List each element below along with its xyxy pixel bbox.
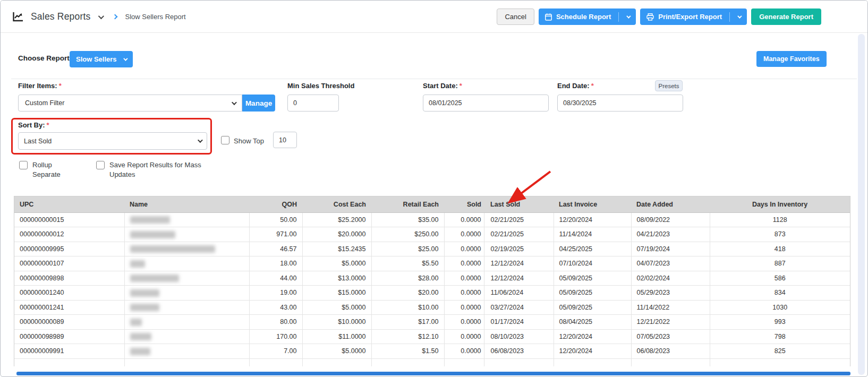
vertical-scrollbar[interactable] — [858, 34, 865, 375]
cancel-button[interactable]: Cancel — [497, 8, 534, 25]
cell-days-in-inventory: 834 — [710, 286, 850, 301]
cell-qoh: 19.00 — [249, 286, 302, 301]
cell-cost-each: $5.0000 — [302, 256, 371, 271]
horizontal-scrollbar[interactable] — [16, 372, 850, 375]
cell-days-in-inventory: 873 — [710, 227, 850, 242]
table-row[interactable]: 000000000089 80.00 $10.0000 $17.00 0.000… — [14, 315, 850, 330]
cell-retail-each: $28.00 — [371, 271, 444, 286]
show-top-label: Show Top — [234, 136, 264, 146]
cell-last-sold: 11/06/2024 — [484, 286, 554, 301]
column-header-sold[interactable]: Sold — [444, 196, 484, 212]
column-header-upc[interactable]: UPC — [14, 196, 124, 212]
cell-name — [124, 271, 249, 286]
column-header-cost-each[interactable]: Cost Each — [302, 196, 371, 212]
table-row[interactable]: 000000009995 46.57 $15.2435 $25.00 0.000… — [14, 242, 850, 256]
table-row[interactable]: 000000009991 7.00 $5.0000 $1.50 0.0000 0… — [14, 344, 850, 359]
print-export-report-button[interactable]: Print/Export Report — [640, 8, 747, 25]
required-asterisk: * — [591, 82, 594, 90]
choose-report-label: Choose Report — [18, 54, 70, 62]
cell-last-invoice: 11/14/2024 — [554, 227, 631, 242]
cell-name — [124, 300, 249, 315]
cell-last-invoice: 05/09/2025 — [554, 286, 631, 301]
cell-sold: 0.0000 — [444, 242, 484, 256]
cell-days-in-inventory: 1030 — [710, 300, 850, 315]
presets-button[interactable]: Presets — [655, 80, 683, 91]
cell-name — [124, 212, 249, 227]
manage-favorites-button[interactable]: Manage Favorites — [756, 51, 827, 67]
cell-cost-each: $5.0000 — [302, 344, 371, 359]
start-date-input[interactable] — [423, 95, 549, 112]
schedule-report-button[interactable]: Schedule Report — [539, 8, 636, 25]
schedule-caret-icon[interactable] — [626, 14, 631, 18]
column-header-last-sold[interactable]: Last Sold — [484, 196, 554, 212]
cell-retail-each: $20.00 — [371, 286, 444, 301]
end-date-label: End Date:* — [557, 82, 594, 90]
rollup-separate-checkbox[interactable] — [19, 161, 28, 169]
cell-last-invoice: 07/10/2024 — [554, 256, 631, 271]
cell-name — [124, 329, 249, 344]
button-divider — [729, 12, 730, 22]
cell-retail-each: $25.00 — [371, 242, 444, 256]
column-header-days-in-inventory[interactable]: Days In Inventory — [710, 196, 850, 212]
title-caret-icon[interactable] — [98, 13, 104, 19]
column-header-date-added[interactable]: Date Added — [631, 196, 710, 212]
cell-upc: 000000001241 — [14, 300, 124, 315]
required-asterisk: * — [47, 121, 49, 129]
table-header-row: UPC Name QOH Cost Each Retail Each Sold … — [14, 196, 850, 212]
cell-sold: 0.0000 — [444, 286, 484, 301]
table-row[interactable]: 000000000012 971.00 $20.0000 $250.00 0.0… — [14, 227, 850, 242]
breadcrumb-separator-icon — [112, 14, 117, 20]
cell-last-invoice: 05/09/2025 — [554, 271, 631, 286]
report-table-body: 000000000015 50.00 $25.2000 $35.00 0.000… — [14, 212, 850, 366]
table-row — [14, 358, 850, 366]
redacted-name — [130, 216, 170, 224]
show-top-input[interactable] — [273, 132, 297, 148]
cell-date-added: 04/07/2023 — [631, 256, 710, 271]
table-row[interactable]: 000000098989 170.00 $11.0000 $12.10 0.00… — [14, 329, 850, 344]
cell-last-sold: 08/10/2023 — [484, 329, 554, 344]
cell-date-added: 07/05/2023 — [631, 329, 710, 344]
sort-by-select[interactable]: Last Sold — [18, 132, 207, 150]
report-selector-button[interactable]: Slow Sellers — [70, 51, 133, 67]
cell-last-invoice: 05/09/2025 — [554, 300, 631, 315]
table-row[interactable]: 000000009898 44.00 $13.0000 $28.00 0.000… — [14, 271, 850, 286]
cell-sold: 0.0000 — [444, 227, 484, 242]
cell-last-invoice: 12/20/2024 — [554, 329, 631, 344]
print-export-report-label: Print/Export Report — [658, 13, 722, 21]
show-top-checkbox[interactable] — [221, 136, 229, 144]
min-sales-threshold-input[interactable] — [287, 95, 339, 112]
cell-cost-each: $25.2000 — [302, 212, 371, 227]
save-results-checkbox[interactable] — [96, 161, 105, 169]
cell-name — [124, 242, 249, 256]
cell-days-in-inventory: 887 — [710, 256, 850, 271]
cell-sold: 0.0000 — [444, 344, 484, 359]
print-export-caret-icon[interactable] — [737, 14, 742, 18]
cell-retail-each: $35.00 — [371, 212, 444, 227]
report-selector-value: Slow Sellers — [76, 55, 117, 63]
cell-last-sold: 12/12/2024 — [484, 271, 554, 286]
cell-name — [124, 227, 249, 242]
section-divider — [11, 79, 857, 79]
cell-date-added: 02/02/2024 — [631, 271, 710, 286]
cell-sold: 0.0000 — [444, 300, 484, 315]
cell-sold: 0.0000 — [444, 212, 484, 227]
table-row[interactable]: 000000001240 19.00 $15.0000 $20.00 0.000… — [14, 286, 850, 301]
column-header-name[interactable]: Name — [124, 196, 249, 212]
generate-report-button[interactable]: Generate Report — [751, 8, 821, 25]
table-row[interactable]: 000000000015 50.00 $25.2000 $35.00 0.000… — [14, 212, 850, 227]
table-row[interactable]: 000000000107 18.00 $5.0000 $5.50 0.0000 … — [14, 256, 850, 271]
column-header-last-invoice[interactable]: Last Invoice — [554, 196, 631, 212]
min-sales-threshold-label: Min Sales Threshold — [287, 82, 354, 90]
end-date-input[interactable] — [557, 95, 683, 112]
filter-items-select[interactable]: Custom Filter — [18, 95, 242, 112]
cell-qoh: 50.00 — [249, 212, 302, 227]
column-header-retail-each[interactable]: Retail Each — [371, 196, 444, 212]
column-header-qoh[interactable]: QOH — [249, 196, 302, 212]
redacted-name — [130, 289, 159, 297]
cell-last-sold: 02/19/2025 — [484, 242, 554, 256]
cell-date-added: 12/21/2022 — [631, 315, 710, 330]
line-chart-icon — [12, 12, 23, 22]
table-row[interactable]: 000000001241 43.00 $5.0000 $10.00 0.0000… — [14, 300, 850, 315]
report-table: UPC Name QOH Cost Each Retail Each Sold … — [14, 196, 850, 366]
manage-filter-button[interactable]: Manage — [242, 95, 275, 112]
